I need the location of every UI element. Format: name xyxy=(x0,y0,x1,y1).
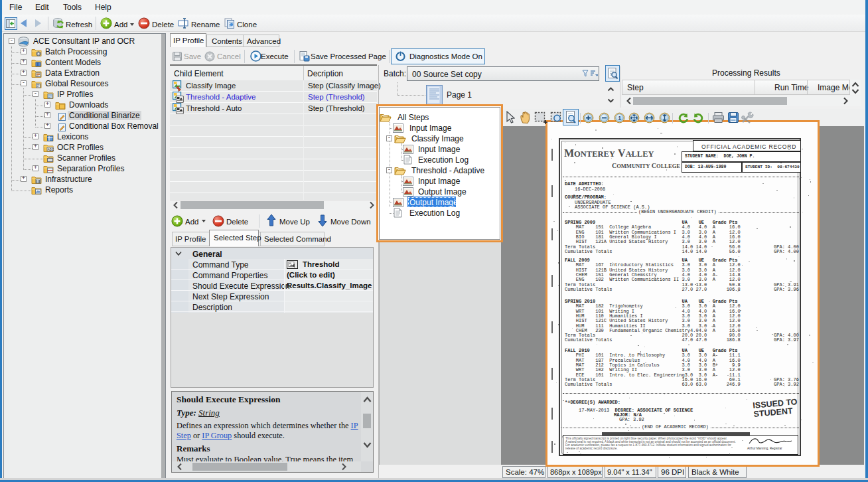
svg-text:1: 1 xyxy=(618,115,621,121)
svg-text:ABC: ABC xyxy=(48,147,54,151)
